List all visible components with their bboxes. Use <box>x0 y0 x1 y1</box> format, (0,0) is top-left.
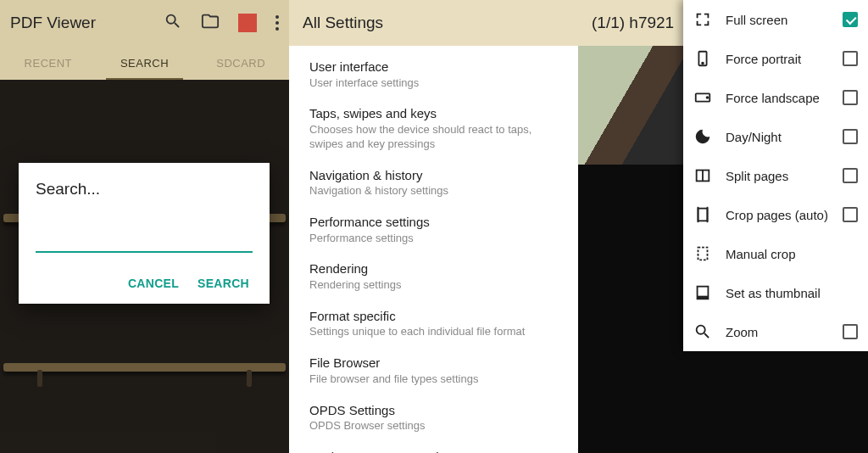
menu-item-label: Crop pages (auto) <box>726 208 829 222</box>
search-button[interactable]: SEARCH <box>198 277 249 290</box>
options-menu: Full screenForce portraitForce landscape… <box>683 0 868 351</box>
fullscreen-icon <box>693 10 712 29</box>
menu-item[interactable]: Full screen <box>683 0 868 39</box>
settings-title: All Settings <box>289 0 578 46</box>
checkbox[interactable] <box>843 207 858 222</box>
search-input[interactable] <box>36 232 253 253</box>
tab-search[interactable]: SEARCH <box>97 46 193 80</box>
settings-item-desc: User interface settings <box>309 76 558 91</box>
menu-item[interactable]: Manual crop <box>683 234 868 273</box>
settings-item-desc: OPDS Browser settings <box>309 419 558 433</box>
settings-item[interactable]: File BrowserFile browser and file types … <box>289 347 578 394</box>
menu-item[interactable]: Force landscape <box>683 78 868 117</box>
settings-item-desc: Performance settings <box>309 232 558 246</box>
checkbox[interactable] <box>843 90 858 105</box>
menu-item-label: Split pages <box>726 169 829 183</box>
document-preview <box>578 46 697 165</box>
svg-point-1 <box>702 63 704 64</box>
settings-list: User interfaceUser interface settingsTap… <box>289 46 578 453</box>
gift-icon[interactable] <box>238 14 257 32</box>
manualcrop-icon <box>693 244 712 263</box>
checkbox[interactable] <box>843 324 858 339</box>
settings-item-desc: File browser and file types settings <box>309 372 558 387</box>
daynight-icon <box>693 127 712 146</box>
settings-item-title: Navigation & history <box>309 167 558 184</box>
thumbnail-icon <box>693 283 712 302</box>
action-icons <box>164 12 279 34</box>
settings-item[interactable]: Taps, swipes and keysChooses how the dev… <box>289 98 578 159</box>
overflow-menu-icon[interactable] <box>275 15 279 31</box>
settings-item[interactable]: Performance settingsPerformance settings <box>289 206 578 253</box>
tab-bar: RECENT SEARCH SDCARD <box>0 46 289 80</box>
menu-item[interactable]: Crop pages (auto) <box>683 195 868 234</box>
settings-item-title: Format specific <box>309 308 558 325</box>
settings-item-title: User interface <box>309 59 558 76</box>
settings-item-title: File Browser <box>309 355 558 372</box>
menu-item-label: Full screen <box>726 13 829 27</box>
appbar: PDF Viewer <box>0 0 289 46</box>
folder-icon[interactable] <box>201 12 220 34</box>
menu-item[interactable]: Set as thumbnail <box>683 273 868 312</box>
tab-sdcard[interactable]: SDCARD <box>192 46 289 80</box>
settings-item-desc: Navigation & history settings <box>309 184 558 199</box>
landscape-icon <box>693 88 712 107</box>
settings-item-desc: Rendering settings <box>309 278 558 293</box>
tab-recent[interactable]: RECENT <box>0 46 97 80</box>
menu-item[interactable]: Split pages <box>683 156 868 195</box>
search-icon[interactable] <box>164 12 182 34</box>
settings-item-title: OPDS Settings <box>309 402 558 419</box>
portrait-icon <box>693 49 712 68</box>
settings-item[interactable]: OPDS SettingsOPDS Browser settings <box>289 394 578 441</box>
app-title: PDF Viewer <box>10 14 164 32</box>
settings-item[interactable]: Backup & Restore settingsBackup and rest… <box>289 441 578 453</box>
svg-point-3 <box>707 97 709 98</box>
settings-item-title: Taps, swipes and keys <box>309 105 558 122</box>
menu-item-label: Zoom <box>726 325 829 339</box>
checkbox[interactable] <box>843 168 858 183</box>
settings-item[interactable]: Format specificSettings unique to each i… <box>289 300 578 347</box>
panel-pdf-viewer: PDF Viewer RECENT SEARCH SDCARD Search..… <box>0 0 289 453</box>
svg-rect-11 <box>698 296 709 299</box>
menu-item-label: Set as thumbnail <box>726 286 858 300</box>
cancel-button[interactable]: CANCEL <box>128 277 179 290</box>
zoom-icon <box>693 322 712 341</box>
menu-item[interactable]: Zoom <box>683 312 868 351</box>
settings-item-desc: Settings unique to each individual file … <box>309 325 558 339</box>
checkbox[interactable] <box>843 12 858 27</box>
settings-item[interactable]: User interfaceUser interface settings <box>289 51 578 98</box>
crop-icon <box>693 205 712 224</box>
settings-item[interactable]: RenderingRendering settings <box>289 253 578 299</box>
menu-item[interactable]: Day/Night <box>683 117 868 156</box>
panel-all-settings: All Settings User interfaceUser interfac… <box>289 0 578 453</box>
menu-item-label: Force portrait <box>726 52 829 66</box>
menu-item-label: Day/Night <box>726 130 829 144</box>
shelf <box>3 363 286 372</box>
checkbox[interactable] <box>843 51 858 66</box>
search-dialog: Search... CANCEL SEARCH <box>19 163 270 304</box>
menu-item-label: Force landscape <box>726 91 829 105</box>
svg-rect-9 <box>698 248 708 260</box>
split-icon <box>693 166 712 185</box>
dialog-actions: CANCEL SEARCH <box>36 271 253 295</box>
settings-item[interactable]: Navigation & historyNavigation & history… <box>289 159 578 206</box>
menu-item-label: Manual crop <box>726 247 858 261</box>
settings-item-title: Backup & Restore settings <box>309 449 558 453</box>
settings-item-title: Rendering <box>309 260 558 277</box>
menu-item[interactable]: Force portrait <box>683 39 868 78</box>
settings-item-title: Performance settings <box>309 214 558 231</box>
dialog-title: Search... <box>36 180 253 199</box>
panel-viewer-menu: (1/1) h7921 Full screenForce portraitFor… <box>578 0 868 453</box>
svg-rect-6 <box>698 209 708 221</box>
settings-item-desc: Chooses how the device should react to t… <box>309 123 558 152</box>
checkbox[interactable] <box>843 129 858 144</box>
